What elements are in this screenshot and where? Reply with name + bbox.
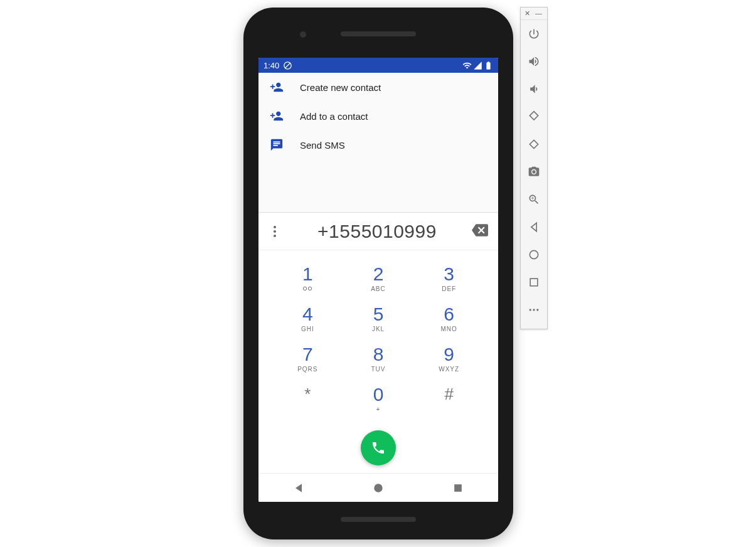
send-sms-row[interactable]: Send SMS: [258, 130, 498, 159]
android-nav-bar: [258, 473, 498, 502]
more-horiz-icon: [528, 304, 540, 316]
keypad-digit: 3: [444, 263, 454, 284]
empty-space: [258, 159, 498, 213]
emulator-zoom-button[interactable]: [520, 186, 548, 213]
rotate-right-icon: [528, 138, 540, 151]
keypad-digit: 6: [444, 304, 454, 324]
call-button[interactable]: [361, 430, 396, 465]
nav-recents-button[interactable]: [452, 482, 464, 494]
nav-back-button[interactable]: [292, 482, 305, 494]
signal-icon: [473, 61, 482, 70]
keypad-letters: WXYZ: [439, 366, 459, 373]
svg-point-2: [374, 484, 382, 492]
add-to-contact-row[interactable]: Add to a contact: [258, 102, 498, 130]
keypad-key-0[interactable]: 0 +: [343, 379, 414, 419]
add-to-contact-label: Add to a contact: [300, 111, 368, 122]
phone-screen: 1:40 Create new contact A: [258, 58, 498, 502]
create-new-contact-row[interactable]: Create new contact: [258, 73, 498, 102]
nav-back-icon: [292, 482, 305, 494]
keypad-letters: TUV: [371, 366, 385, 373]
keypad-key-1[interactable]: 1: [272, 258, 343, 298]
svg-point-7: [533, 309, 535, 311]
emulator-window-controls: ✕ —: [521, 8, 547, 20]
keypad-key-5[interactable]: 5 JKL: [343, 298, 414, 338]
camera-icon: [528, 166, 540, 178]
keypad-digit: 7: [302, 344, 313, 364]
emulator-more-button[interactable]: [520, 296, 548, 324]
svg-point-1: [309, 287, 312, 290]
svg-point-8: [536, 309, 538, 311]
keypad-key-7[interactable]: 7 PQRS: [272, 339, 343, 379]
keypad-key-2[interactable]: 2 ABC: [343, 258, 414, 298]
keypad-letters: +: [376, 406, 381, 413]
keypad-digit: *: [304, 385, 311, 404]
keypad-digit: 1: [302, 263, 313, 284]
circle-home-icon: [528, 248, 540, 261]
emulator-overview-button[interactable]: [520, 268, 548, 296]
keypad-key-8[interactable]: 8 TUV: [343, 339, 414, 379]
emulator-toolbar: ✕ —: [520, 7, 548, 329]
battery-icon: [484, 61, 493, 70]
dialed-number-display: +1555010999: [282, 221, 472, 242]
keypad-key-4[interactable]: 4 GHI: [272, 298, 343, 338]
phone-device-frame: 1:40 Create new contact A: [243, 8, 513, 539]
status-time: 1:40: [264, 61, 279, 70]
keypad-letters: PQRS: [297, 366, 317, 373]
dialed-number-row: +1555010999: [258, 213, 498, 250]
svg-point-6: [530, 309, 531, 311]
wifi-icon: [462, 61, 472, 70]
message-icon: [270, 138, 284, 152]
person-add-icon: [270, 80, 284, 94]
phone-speaker-grille-bottom: [341, 517, 416, 522]
backspace-button[interactable]: [472, 222, 489, 241]
phone-speaker-grille: [341, 31, 416, 36]
keypad-digit: #: [444, 385, 453, 404]
keypad-digit: 4: [302, 304, 313, 324]
keypad-key-3[interactable]: 3 DEF: [413, 258, 484, 298]
emulator-rotate-left-button[interactable]: [520, 103, 548, 130]
send-sms-label: Send SMS: [300, 140, 345, 151]
keypad-letters: ABC: [371, 285, 386, 293]
square-overview-icon: [528, 276, 540, 289]
more-options-button[interactable]: [267, 226, 282, 237]
nav-home-button[interactable]: [372, 482, 385, 494]
dialer-keypad: 1 2 ABC 3 DEF 4 GHI 5 JKL 6 MNO: [258, 250, 498, 423]
svg-point-0: [304, 287, 307, 290]
emulator-volume-down-button[interactable]: [520, 75, 548, 103]
keypad-key-hash[interactable]: #: [413, 379, 484, 419]
keypad-letters: MNO: [440, 326, 457, 333]
person-add-icon: [270, 109, 284, 123]
keypad-letters: [302, 285, 312, 293]
android-status-bar: 1:40: [258, 58, 498, 73]
phone-camera-dot: [300, 31, 306, 38]
keypad-digit: 0: [373, 384, 384, 405]
emulator-rotate-right-button[interactable]: [520, 130, 548, 158]
rotate-left-icon: [528, 110, 540, 123]
keypad-letters: JKL: [372, 326, 385, 333]
phone-icon: [371, 440, 386, 455]
keypad-key-star[interactable]: *: [272, 379, 343, 419]
keypad-digit: 9: [444, 344, 454, 364]
nav-recents-icon: [452, 482, 464, 494]
keypad-letters: DEF: [442, 285, 456, 293]
triangle-back-icon: [528, 221, 540, 233]
svg-point-4: [530, 250, 538, 258]
emulator-screenshot-button[interactable]: [520, 158, 548, 186]
dialer-actions-list: Create new contact Add to a contact Send…: [258, 73, 498, 159]
keypad-digit: 8: [373, 344, 384, 364]
create-contact-label: Create new contact: [300, 82, 381, 93]
svg-rect-3: [454, 484, 462, 492]
emulator-back-button[interactable]: [520, 213, 548, 241]
keypad-digit: 5: [373, 304, 384, 324]
emulator-minimize-button[interactable]: —: [535, 10, 542, 17]
keypad-key-6[interactable]: 6 MNO: [413, 298, 484, 338]
emulator-close-button[interactable]: ✕: [524, 10, 530, 17]
emulator-power-button[interactable]: [520, 20, 548, 48]
nav-home-icon: [372, 482, 385, 494]
keypad-digit: 2: [373, 263, 384, 284]
keypad-key-9[interactable]: 9 WXYZ: [413, 339, 484, 379]
zoom-in-icon: [528, 193, 540, 206]
power-icon: [528, 28, 540, 40]
emulator-volume-up-button[interactable]: [520, 48, 548, 75]
emulator-home-button[interactable]: [520, 241, 548, 268]
